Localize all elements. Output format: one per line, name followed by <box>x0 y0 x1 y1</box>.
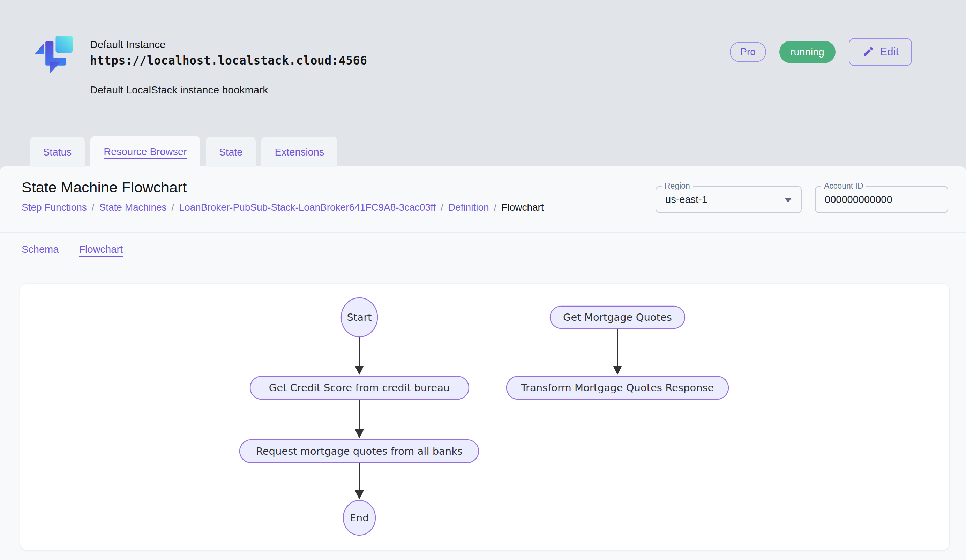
pencil-icon <box>862 46 874 58</box>
scope-fields: Region us-east-1 Account ID <box>656 186 948 213</box>
instance-description: Default LocalStack instance bookmark <box>90 84 367 96</box>
svg-text:Transform Mortgage Quotes Resp: Transform Mortgage Quotes Response <box>521 382 714 394</box>
svg-text:Start: Start <box>347 311 372 323</box>
logo-square <box>56 36 72 52</box>
edit-button[interactable]: Edit <box>849 38 912 66</box>
flow-node-get-credit-score: Get Credit Score from credit bureau <box>250 376 469 399</box>
logo-bottom-triangle <box>49 62 61 74</box>
instance-actions: Pro running Edit <box>730 38 912 66</box>
region-value: us-east-1 <box>665 194 708 205</box>
flow-node-request-quotes: Request mortgage quotes from all banks <box>240 440 479 463</box>
tab-extensions[interactable]: Extensions <box>261 137 337 167</box>
breadcrumb-current: Flowchart <box>501 202 544 213</box>
tab-state[interactable]: State <box>206 137 256 167</box>
definition-subtabs: Schema Flowchart <box>21 233 123 266</box>
breadcrumb-separator: / <box>172 202 174 213</box>
instance-tabs: Status Resource Browser State Extensions <box>30 136 337 167</box>
region-select[interactable]: Region us-east-1 <box>656 186 802 213</box>
breadcrumb-definition[interactable]: Definition <box>448 202 489 213</box>
account-id-field: Account ID <box>815 186 948 213</box>
flow-node-start: Start <box>341 298 378 337</box>
subtab-flowchart[interactable]: Flowchart <box>79 244 123 255</box>
breadcrumb-state-machine-name[interactable]: LoanBroker-PubSub-Stack-LoanBroker641FC9… <box>179 202 436 213</box>
instance-name: Default Instance <box>90 38 367 51</box>
status-badge: running <box>779 41 836 63</box>
flow-node-transform-response: Transform Mortgage Quotes Response <box>506 376 728 399</box>
svg-text:End: End <box>350 512 369 524</box>
account-id-label: Account ID <box>821 182 866 190</box>
svg-text:Request mortgage quotes from a: Request mortgage quotes from all banks <box>256 445 463 457</box>
subtab-schema[interactable]: Schema <box>21 244 59 255</box>
breadcrumb-separator: / <box>92 202 95 213</box>
logo-left-triangle <box>35 43 44 54</box>
svg-text:Get Mortgage Quotes: Get Mortgage Quotes <box>563 311 672 323</box>
account-id-input[interactable] <box>825 194 936 205</box>
pro-badge: Pro <box>730 42 766 62</box>
section-divider <box>0 232 966 233</box>
svg-text:Get Credit Score from credit b: Get Credit Score from credit bureau <box>269 382 450 394</box>
instance-info: Default Instance https://localhost.local… <box>90 38 367 96</box>
resource-browser-panel: State Machine Flowchart Step Functions /… <box>0 166 966 560</box>
page-title: State Machine Flowchart <box>21 179 187 196</box>
edit-button-label: Edit <box>880 46 899 58</box>
breadcrumb-separator: / <box>494 202 497 213</box>
localstack-logo <box>33 35 77 82</box>
flow-node-end: End <box>343 500 375 535</box>
flowchart-canvas: Start Get Credit Score from credit burea… <box>20 284 949 550</box>
tab-resource-browser[interactable]: Resource Browser <box>90 136 200 167</box>
breadcrumb-step-functions[interactable]: Step Functions <box>21 202 87 213</box>
tab-status[interactable]: Status <box>30 137 85 167</box>
breadcrumb-state-machines[interactable]: State Machines <box>99 202 167 213</box>
instance-url: https://localhost.localstack.cloud:4566 <box>90 54 367 67</box>
flow-node-get-mortgage-quotes: Get Mortgage Quotes <box>550 306 685 329</box>
breadcrumb: Step Functions / State Machines / LoanBr… <box>21 202 544 213</box>
region-label: Region <box>662 182 693 190</box>
chevron-down-icon <box>784 198 792 203</box>
breadcrumb-separator: / <box>440 202 444 213</box>
flowchart-card: Start Get Credit Score from credit burea… <box>20 284 949 550</box>
